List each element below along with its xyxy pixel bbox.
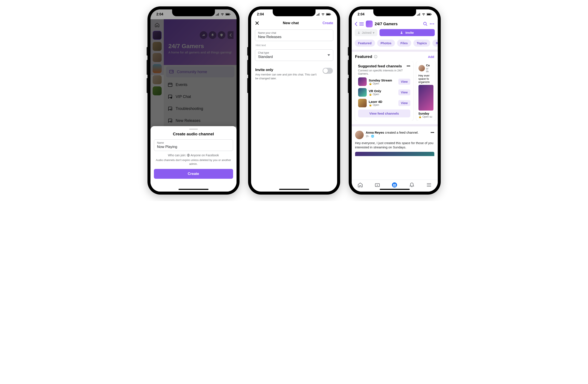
svg-rect-12 [331, 14, 331, 15]
phone-1: 2:04 24/7 Gamers A home for all gamers a… [147, 6, 240, 194]
card-title: Suggested feed channels [358, 64, 402, 68]
filter-chips: Featured Photos Files Topics Re [352, 38, 438, 48]
phone-2: 2:04 New chat Create Name your chat New … [248, 6, 340, 194]
back-button[interactable] [355, 22, 357, 26]
notch [172, 9, 215, 16]
invite-button[interactable]: Invite [379, 29, 435, 36]
divider [352, 124, 438, 126]
chat-type-select[interactable]: Chat type Standard [255, 49, 333, 61]
battery-icon [427, 13, 432, 16]
view-button[interactable]: View [398, 100, 410, 106]
close-button[interactable] [255, 21, 259, 25]
sheet-title: Create audio channel [154, 132, 233, 136]
sheet-description: Audio channels don't expire unless delet… [154, 158, 233, 166]
channel-row[interactable]: Laser 4D 🔓Open View [358, 99, 410, 107]
cards-row[interactable]: Suggested feed channels ••• Connect on s… [352, 61, 438, 121]
search-button[interactable] [423, 22, 428, 26]
peek-card: Ca cr 8h Hey ever space fo organizin Sun… [416, 61, 436, 121]
tab-home[interactable] [357, 182, 363, 188]
card-subtitle: Connect on specific interests in 24/7 Ga… [358, 69, 410, 75]
svg-point-21 [392, 182, 397, 188]
caret-down-icon: ▾ [373, 31, 374, 34]
status-time: 2:04 [358, 12, 364, 16]
globe-icon: 🌐 [371, 135, 374, 138]
info-icon[interactable] [374, 55, 377, 58]
channel-row[interactable]: Sunday Stream 🔓Open View [358, 77, 410, 86]
group-name[interactable]: 24/7 Gamers [375, 22, 421, 26]
row-title: Invite only [255, 68, 319, 72]
caret-down-icon [328, 54, 330, 56]
feed-post[interactable]: Anna Reyes created a feed channel. 1h·🌐 … [352, 128, 438, 159]
peek-image [419, 85, 433, 111]
peek-caption: Sunday [419, 112, 433, 115]
chip-photos[interactable]: Photos [377, 39, 395, 47]
svg-point-16 [423, 22, 426, 25]
input-label: Name your chat [258, 31, 330, 34]
screen-3: 2:04 24/7 Gamers ••• Joined ▾ Invite [352, 9, 438, 192]
tab-watch[interactable] [375, 182, 380, 188]
chip-files[interactable]: Files [397, 39, 411, 47]
channel-thumb [358, 77, 367, 86]
group-avatar[interactable] [366, 20, 373, 27]
battery-icon [326, 13, 331, 16]
svg-rect-15 [431, 14, 432, 15]
people-icon [358, 31, 361, 34]
lock-open-icon: 🔓 [419, 115, 422, 118]
suggested-channels-card: Suggested feed channels ••• Connect on s… [355, 61, 413, 121]
create-audio-sheet: Create audio channel Name Now Playing Wh… [150, 126, 236, 192]
menu-button[interactable] [359, 22, 364, 26]
home-indicator [279, 189, 309, 190]
home-indicator [380, 189, 410, 190]
notch [373, 9, 416, 16]
channel-name: Sunday Stream [369, 78, 396, 82]
view-button[interactable]: View [398, 89, 410, 95]
input-value: Now Playing [157, 145, 230, 149]
wifi-icon [422, 13, 425, 16]
tab-notifications[interactable] [409, 182, 415, 188]
section-title: Featured [355, 54, 372, 59]
card-more-button[interactable]: ••• [407, 64, 410, 68]
nav-bar: 24/7 Gamers ••• [352, 19, 438, 29]
input-label: Chat type [258, 51, 330, 54]
invite-only-row: Invite only Any member can see and join … [255, 66, 333, 81]
create-link[interactable]: Create [323, 21, 333, 25]
add-link[interactable]: Add [428, 55, 434, 58]
tab-menu[interactable] [426, 182, 432, 188]
view-button[interactable]: View [398, 79, 410, 85]
chip-topics[interactable]: Topics [413, 39, 430, 47]
more-button[interactable]: ••• [430, 22, 435, 26]
row-subtitle: Any member can see and join this chat. T… [255, 73, 319, 80]
create-button[interactable]: Create [154, 169, 233, 179]
lock-open-icon: 🔓 [369, 82, 372, 85]
name-input[interactable]: Name Now Playing [154, 139, 233, 151]
avatar[interactable] [355, 131, 364, 139]
svg-rect-14 [427, 14, 430, 15]
nav-bar: New chat Create [251, 19, 337, 27]
status-time: 2:04 [257, 12, 264, 16]
post-image [355, 152, 434, 156]
notch [273, 9, 315, 16]
hint-text: Hint text [256, 44, 333, 47]
lock-open-icon: 🔓 [369, 93, 372, 96]
lock-open-icon: 🔓 [369, 103, 372, 106]
invite-only-toggle[interactable] [323, 68, 333, 74]
sheet-handle[interactable] [189, 129, 198, 130]
signal-icon [417, 13, 420, 16]
svg-point-18 [401, 31, 402, 33]
screen-2: 2:04 New chat Create Name your chat New … [251, 9, 337, 192]
section-header: Featured Add [352, 54, 438, 61]
chat-name-input[interactable]: Name your chat New Releases [255, 30, 333, 41]
chip-featured[interactable]: Featured [355, 39, 375, 47]
svg-point-17 [358, 32, 359, 33]
wifi-icon [321, 13, 325, 16]
joined-button[interactable]: Joined ▾ [355, 29, 377, 36]
page-title: New chat [283, 21, 299, 25]
phone-3: 2:04 24/7 Gamers ••• Joined ▾ Invite [349, 6, 441, 194]
tab-groups[interactable] [392, 182, 397, 188]
signal-icon [316, 13, 320, 16]
chip-more[interactable]: Re [432, 39, 438, 47]
channel-name: VR Only [369, 89, 396, 93]
channel-row[interactable]: VR Only 🔓Open View [358, 88, 410, 97]
post-more-button[interactable]: ••• [431, 131, 434, 134]
view-feed-channels-button[interactable]: View feed channels [358, 110, 410, 117]
